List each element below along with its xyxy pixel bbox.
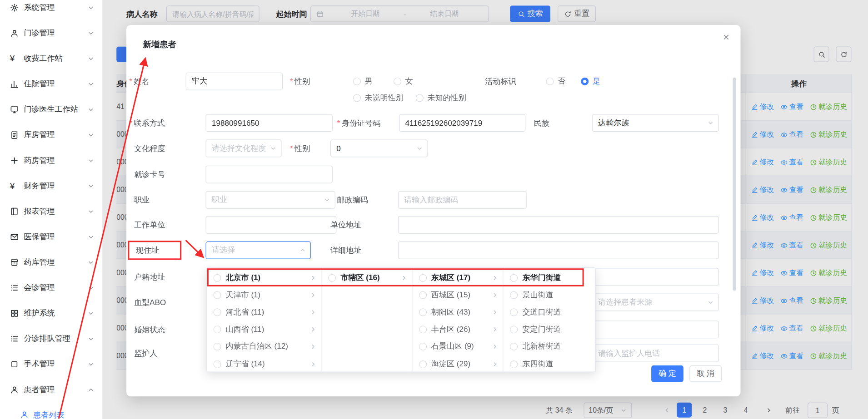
gender-code-select[interactable]: 0 [330,139,428,157]
postal-code-input[interactable] [398,191,527,209]
detail-address-input[interactable] [398,242,719,259]
id-number-input[interactable] [399,114,525,132]
radio-icon[interactable] [329,274,336,281]
confirm-button[interactable]: 确 定 [651,365,683,382]
radio-icon[interactable] [510,360,518,368]
active-flag-radio-yes[interactable]: 是 [581,73,600,90]
sidebar-item-maintenance[interactable]: 维护系统 [0,301,102,326]
visit-card-input[interactable] [206,166,333,183]
cascader-option-jingshan[interactable]: 景山街道 [504,286,595,304]
cascader-option-liaoning[interactable]: 辽宁省 (14) [207,355,321,371]
radio-icon[interactable] [419,360,427,368]
sidebar-item-surgery[interactable]: 手术管理 [0,352,102,377]
radio-icon[interactable] [214,291,221,299]
sidebar-item-inpatient[interactable]: 住院管理 [0,71,102,97]
cascader-option-haidian[interactable]: 海淀区 (29) [412,355,503,371]
guardian-phone-input[interactable] [592,345,719,362]
name-label: *姓名 [129,73,149,90]
household-right-input[interactable] [592,268,719,286]
unit-address-label: 单位地址 [330,216,361,234]
cascader-option-fengtai[interactable]: 丰台区 (26) [412,321,503,338]
box-icon [10,258,19,267]
modal-scrollbar[interactable] [733,78,736,291]
gender-radio-male[interactable]: 男 [353,73,373,90]
cascader-option-donghuamen[interactable]: 东华门街道 [504,269,595,286]
radio-icon[interactable] [419,291,427,299]
active-flag-label: 活动标识 [485,73,516,90]
radio-icon[interactable] [419,325,427,333]
cascader-option-jiaodaokou[interactable]: 交道口街道 [504,304,595,321]
occupation-select[interactable]: 职业 [206,191,335,209]
sidebar-item-drugstore[interactable]: 药库管理 [0,250,102,275]
sidebar: 系统管理 门诊管理 ¥ 收费工作站 住院管理 门诊医生工作站 [0,0,103,419]
sidebar-item-reports[interactable]: 报表管理 [0,199,102,224]
radio-icon[interactable] [510,308,518,316]
gender-radio-unknown[interactable]: 未知的性别 [416,89,466,107]
radio-icon[interactable] [214,360,221,368]
radio-icon[interactable] [214,274,221,281]
cascader-option-hebei[interactable]: 河北省 (11) [207,304,321,321]
gender-radio-unstated[interactable]: 未说明性别 [353,89,404,107]
sidebar-item-pharmacy[interactable]: 药房管理 [0,148,102,173]
sidebar-item-patients[interactable]: 患者管理 [0,377,102,403]
radio-icon[interactable] [419,343,427,350]
cascader-option-andingmen[interactable]: 安定门街道 [504,321,595,338]
cascader-option-xicheng[interactable]: 西城区 (15) [412,286,503,304]
sidebar-item-insurance[interactable]: 医保管理 [0,224,102,250]
patient-source-select[interactable]: 请选择患者来源 [592,293,719,311]
sidebar-item-patient-list[interactable]: 患者列表 [0,403,102,419]
chevron-down-icon [270,145,277,152]
current-address-select[interactable]: 请选择 [206,242,311,259]
list-icon [10,283,19,292]
chevron-right-icon [310,309,317,316]
radio-icon[interactable] [214,343,221,350]
contact-input[interactable] [206,114,333,132]
education-select[interactable]: 请选择文化程度 [206,139,282,157]
active-flag-radio-no[interactable]: 否 [546,73,565,90]
radio-icon[interactable] [510,291,518,299]
radio-icon[interactable] [510,325,518,333]
cascader-option-shanxi[interactable]: 山西省 (11) [207,321,321,338]
marital-right-input[interactable] [592,320,719,338]
radio-icon[interactable] [419,274,427,281]
radio-icon[interactable] [419,308,427,316]
yen-icon: ¥ [10,54,19,64]
chevron-down-icon [88,234,95,241]
sidebar-item-triage-queue[interactable]: 分诊排队管理 [0,326,102,351]
cascader-option-dongsi[interactable]: 东四街道 [504,355,595,371]
name-input[interactable] [186,73,283,90]
chevron-down-icon [88,5,95,11]
cascader-option-beixinqiao[interactable]: 北新桥街道 [504,338,595,355]
sidebar-item-warehouse[interactable]: 库房管理 [0,123,102,148]
cascader-option-beijing[interactable]: 北京市 (1) [207,269,321,286]
cascader-option-neimenggu[interactable]: 内蒙古自治区 (12) [207,338,321,355]
radio-icon[interactable] [510,343,518,350]
sidebar-item-system[interactable]: 系统管理 [0,0,102,20]
close-icon[interactable]: × [723,32,729,43]
cascader-option-chaoyang[interactable]: 朝阳区 (43) [412,304,503,321]
sidebar-item-charging[interactable]: ¥ 收费工作站 [0,46,102,71]
sidebar-item-outpatient-doctor[interactable]: 门诊医生工作站 [0,97,102,122]
work-unit-input[interactable] [206,216,337,234]
radio-icon[interactable] [214,325,221,333]
chevron-down-icon [88,310,95,317]
radio-icon[interactable] [510,274,518,281]
monitor-icon [10,105,19,114]
modal-title: 新增患者 [143,39,176,50]
ethnicity-select[interactable]: 达斡尔族 [592,114,719,132]
sidebar-item-outpatient[interactable]: 门诊管理 [0,20,102,46]
radio-icon [353,78,361,85]
sidebar-item-consultation[interactable]: 会诊管理 [0,275,102,301]
gear-icon [10,3,19,12]
cascader-option-shixiaqu[interactable]: 市辖区 (16) [322,269,412,286]
cancel-button[interactable]: 取 消 [689,365,722,382]
cascader-option-tianjin[interactable]: 天津市 (1) [207,286,321,304]
cascader-option-shijingshan[interactable]: 石景山区 (9) [412,338,503,355]
gender-radio-female[interactable]: 女 [394,73,413,90]
sidebar-item-finance[interactable]: ¥ 财务管理 [0,173,102,199]
marital-status-label: 婚姻状态 [134,320,165,338]
unit-address-input[interactable] [398,216,719,234]
cascader-option-dongcheng[interactable]: 东城区 (17) [412,269,503,286]
radio-icon[interactable] [214,308,221,316]
chevron-down-icon [88,106,95,113]
